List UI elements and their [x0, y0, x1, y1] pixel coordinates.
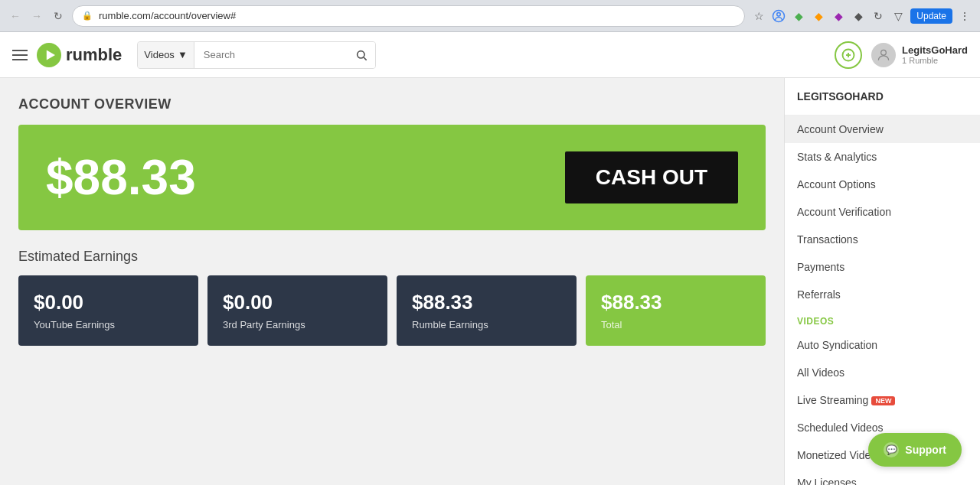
user-info[interactable]: LegitsGoHard 1 Rumble [871, 43, 968, 67]
earning-amount: $0.00 [223, 291, 372, 314]
logo[interactable]: rumble [37, 43, 122, 67]
earning-card: $0.00 YouTube Earnings [18, 275, 198, 346]
content-area: ACCOUNT OVERVIEW $88.33 CASH OUT Estimat… [0, 78, 784, 485]
account-nav: Account OverviewStats & AnalyticsAccount… [785, 116, 980, 308]
support-button[interactable]: 💬 Support [868, 433, 962, 467]
sidebar-item-account-options[interactable]: Account Options [785, 171, 980, 198]
hamburger-menu[interactable] [12, 50, 28, 60]
estimated-earnings-title: Estimated Earnings [18, 249, 766, 265]
earning-label: Total [601, 319, 750, 330]
earning-label: 3rd Party Earnings [223, 319, 372, 330]
extensions-icon[interactable]: ▽ [890, 8, 906, 24]
logo-text: rumble [66, 45, 122, 65]
earning-card: $88.33 Rumble Earnings [397, 275, 577, 346]
back-button[interactable]: ← [8, 8, 23, 24]
lock-icon: 🔒 [82, 11, 93, 21]
search-input-wrap [194, 41, 375, 69]
balance-amount: $88.33 [46, 149, 196, 206]
refresh-icon[interactable]: ↻ [871, 8, 886, 24]
earning-card: $88.33 Total [586, 275, 766, 346]
earning-amount: $88.33 [412, 291, 561, 314]
new-badge: NEW [871, 396, 895, 405]
extension2-icon[interactable]: ◆ [811, 8, 826, 24]
rumble-logo-icon [37, 43, 61, 67]
address-bar[interactable]: 🔒 rumble.com/account/overview# [72, 5, 745, 27]
user-rumble: 1 Rumble [902, 56, 968, 65]
reload-button[interactable]: ↻ [51, 8, 66, 24]
cash-out-button[interactable]: CASH OUT [565, 151, 738, 203]
avatar [871, 43, 896, 67]
sidebar-item-live-streaming[interactable]: Live StreamingNEW [785, 386, 980, 414]
header-right: LegitsGoHard 1 Rumble [835, 41, 968, 69]
main-layout: ACCOUNT OVERVIEW $88.33 CASH OUT Estimat… [0, 78, 980, 485]
forward-button[interactable]: → [29, 8, 44, 24]
update-button[interactable]: Update [910, 8, 952, 24]
sidebar-user-header: LEGITSGOHARD [785, 78, 980, 116]
sidebar-item-my-licenses[interactable]: My Licenses [785, 469, 980, 485]
user-details: LegitsGoHard 1 Rumble [902, 44, 968, 65]
browser-chrome: ← → ↻ 🔒 rumble.com/account/overview# ☆ ◆… [0, 0, 980, 32]
earning-label: YouTube Earnings [34, 319, 183, 330]
extension-icon[interactable]: ◆ [791, 8, 806, 24]
search-type-select[interactable]: Videos ▼ [138, 42, 194, 68]
app-header: rumble Videos ▼ LegitsGoHard 1 Rumble [0, 32, 980, 78]
sidebar-item-stats-&-analytics[interactable]: Stats & Analytics [785, 143, 980, 171]
extension4-icon[interactable]: ◆ [851, 8, 866, 24]
earning-card: $0.00 3rd Party Earnings [207, 275, 387, 346]
menu-icon[interactable]: ⋮ [957, 8, 972, 24]
search-container: Videos ▼ [137, 41, 375, 69]
sidebar-item-payments[interactable]: Payments [785, 253, 980, 281]
earning-amount: $88.33 [601, 291, 750, 314]
support-label: Support [905, 444, 946, 456]
search-type-label: Videos [144, 49, 175, 60]
search-input[interactable] [194, 41, 348, 69]
balance-card: $88.33 CASH OUT [18, 125, 766, 230]
url-text: rumble.com/account/overview# [99, 10, 236, 21]
sidebar-item-all-videos[interactable]: All Videos [785, 359, 980, 386]
earning-amount: $0.00 [34, 291, 183, 314]
user-name: LegitsGoHard [902, 44, 968, 56]
sidebar-item-account-verification[interactable]: Account Verification [785, 198, 980, 226]
bookmark-icon[interactable]: ☆ [751, 8, 766, 24]
page-title: ACCOUNT OVERVIEW [18, 96, 766, 112]
sidebar-item-referrals[interactable]: Referrals [785, 281, 980, 308]
browser-actions: ☆ ◆ ◆ ◆ ◆ ↻ ▽ Update ⋮ [751, 8, 972, 24]
sidebar-item-auto-syndication[interactable]: Auto Syndication [785, 331, 980, 359]
sidebar-item-account-overview[interactable]: Account Overview [785, 116, 980, 143]
upload-button[interactable] [835, 41, 862, 69]
svg-point-8 [881, 50, 887, 55]
earnings-grid: $0.00 YouTube Earnings $0.00 3rd Party E… [18, 275, 766, 346]
search-button[interactable] [348, 41, 375, 69]
svg-line-4 [364, 57, 367, 60]
videos-section-label: VIDEOS [785, 308, 980, 331]
sidebar-item-transactions[interactable]: Transactions [785, 226, 980, 253]
chevron-down-icon: ▼ [178, 49, 188, 60]
profile-icon[interactable] [771, 8, 786, 24]
svg-point-3 [357, 50, 364, 57]
earning-label: Rumble Earnings [412, 319, 561, 330]
support-icon: 💬 [884, 442, 899, 457]
right-sidebar: LEGITSGOHARD Account OverviewStats & Ana… [784, 78, 980, 485]
extension3-icon[interactable]: ◆ [831, 8, 846, 24]
